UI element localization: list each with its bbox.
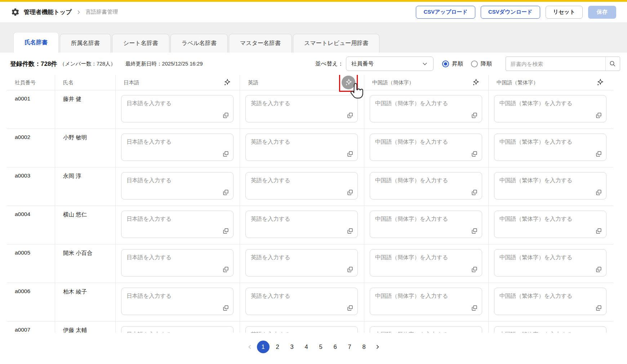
expand-cell-icon[interactable]	[222, 305, 229, 311]
employee-name: 開米 小百合	[55, 244, 115, 283]
ja-input[interactable]: 日本語を入力する	[121, 172, 234, 199]
expand-cell-icon[interactable]	[471, 150, 478, 157]
ascending-radio[interactable]: 昇順	[442, 60, 463, 68]
ja-input[interactable]: 日本語を入力する	[121, 134, 234, 161]
breadcrumb-chevron-icon	[76, 9, 81, 15]
reset-button[interactable]: リセット	[546, 6, 583, 19]
expand-cell-icon[interactable]	[595, 305, 602, 311]
expand-cell-icon[interactable]	[595, 150, 602, 157]
page-8[interactable]: 8	[357, 340, 371, 354]
zh_hans-input[interactable]: 中国語（簡体字）を入力する	[370, 134, 482, 161]
expand-cell-icon[interactable]	[347, 189, 353, 196]
zh_hant-input[interactable]: 中国語（繁体字）を入力する	[494, 172, 606, 199]
expand-cell-icon[interactable]	[595, 228, 602, 234]
en-input[interactable]: 英語を入力する	[245, 288, 358, 315]
expand-cell-icon[interactable]	[471, 189, 478, 196]
employee-name: 永岡 淳	[55, 167, 115, 206]
next-page-icon[interactable]	[371, 340, 383, 354]
page-6[interactable]: 6	[328, 340, 342, 354]
prev-page-icon[interactable]	[244, 340, 256, 354]
zh_hant-input[interactable]: 中国語（繁体字）を入力する	[494, 211, 606, 238]
page-4[interactable]: 4	[299, 340, 314, 354]
search-input[interactable]	[511, 61, 603, 67]
zh_hant-input[interactable]: 中国語（繁体字）を入力する	[494, 134, 606, 161]
zh_hans-input[interactable]: 中国語（簡体字）を入力する	[370, 172, 482, 199]
tab-sheet[interactable]: シート名辞書	[112, 34, 169, 53]
cell-en: 英語を入力する	[240, 322, 364, 333]
expand-cell-icon[interactable]	[347, 305, 353, 311]
zh_hant-input[interactable]: 中国語（繁体字）を入力する	[494, 249, 606, 277]
expand-cell-icon[interactable]	[347, 228, 353, 234]
employee-id: a0001	[7, 90, 55, 129]
save-button[interactable]: 保存	[588, 6, 616, 19]
zh_hant-input[interactable]: 中国語（繁体字）を入力する	[494, 288, 606, 315]
ai-sparkle-icon[interactable]	[223, 78, 231, 86]
expand-cell-icon[interactable]	[471, 266, 478, 273]
employee-id: a0002	[7, 129, 55, 167]
zh_hans-input[interactable]: 中国語（簡体字）を入力する	[370, 249, 482, 277]
zh_hant-input[interactable]: 中国語（繁体字）を入力する	[494, 326, 606, 333]
breadcrumb-root[interactable]: 管理者機能トップ	[24, 8, 72, 16]
page-3[interactable]: 3	[285, 340, 299, 354]
table-row-a0001: a0001藤井 健日本語を入力する 英語を入力する 中国語（簡体字）を入力する …	[7, 90, 613, 129]
expand-cell-icon[interactable]	[222, 228, 229, 234]
tab-smart-review[interactable]: スマートレビュー用辞書	[293, 34, 379, 53]
ja-input[interactable]: 日本語を入力する	[121, 95, 234, 122]
ja-input[interactable]: 日本語を入力する	[121, 326, 234, 333]
expand-cell-icon[interactable]	[347, 266, 353, 273]
employee-id: a0006	[7, 283, 55, 321]
zh_hans-input[interactable]: 中国語（簡体字）を入力する	[370, 211, 482, 238]
expand-cell-icon[interactable]	[222, 112, 229, 119]
zh_hans-input[interactable]: 中国語（簡体字）を入力する	[370, 288, 482, 315]
csv-upload-button[interactable]: CSVアップロード	[416, 6, 475, 19]
expand-cell-icon[interactable]	[471, 305, 478, 311]
cell-zh_hans: 中国語（簡体字）を入力する	[364, 283, 488, 321]
csv-download-button[interactable]: CSVダウンロード	[481, 6, 540, 19]
expand-cell-icon[interactable]	[222, 189, 229, 196]
ai-translate-button[interactable]	[342, 76, 355, 89]
expand-cell-icon[interactable]	[595, 189, 602, 196]
cell-en: 英語を入力する	[240, 244, 364, 283]
zh_hans-input[interactable]: 中国語（簡体字）を入力する	[370, 326, 482, 333]
main-content: 登録件数：728件 （メンバー数：728人） 最終更新日時：2025/12/25…	[0, 53, 627, 361]
table-row-a0003: a0003永岡 淳日本語を入力する 英語を入力する 中国語（簡体字）を入力する …	[7, 167, 613, 206]
ascending-label: 昇順	[452, 60, 463, 68]
expand-cell-icon[interactable]	[222, 150, 229, 157]
page-2[interactable]: 2	[270, 340, 285, 354]
expand-cell-icon[interactable]	[222, 266, 229, 273]
search-icon[interactable]	[609, 60, 616, 67]
expand-cell-icon[interactable]	[347, 150, 353, 157]
en-input[interactable]: 英語を入力する	[245, 249, 358, 277]
ja-input[interactable]: 日本語を入力する	[121, 288, 234, 315]
en-input[interactable]: 英語を入力する	[245, 134, 358, 161]
page-7[interactable]: 7	[342, 340, 357, 354]
expand-cell-icon[interactable]	[595, 266, 602, 273]
expand-cell-icon[interactable]	[471, 112, 478, 119]
expand-cell-icon[interactable]	[595, 112, 602, 119]
en-input[interactable]: 英語を入力する	[245, 326, 358, 333]
ja-input[interactable]: 日本語を入力する	[121, 249, 234, 277]
page-1[interactable]: 1	[257, 341, 270, 353]
tab-name[interactable]: 氏名辞書	[13, 32, 59, 53]
zh_hant-input[interactable]: 中国語（繁体字）を入力する	[494, 95, 606, 122]
ai-sparkle-icon[interactable]	[596, 78, 604, 86]
expand-cell-icon[interactable]	[347, 112, 353, 119]
ai-sparkle-icon[interactable]	[472, 78, 480, 86]
en-input[interactable]: 英語を入力する	[245, 95, 358, 122]
tab-master[interactable]: マスター名辞書	[229, 34, 292, 53]
page-5[interactable]: 5	[314, 340, 328, 354]
en-input[interactable]: 英語を入力する	[245, 172, 358, 199]
en-input[interactable]: 英語を入力する	[245, 211, 358, 238]
descending-radio[interactable]: 降順	[471, 60, 492, 68]
expand-cell-icon[interactable]	[471, 228, 478, 234]
cell-zh_hans: 中国語（簡体字）を入力する	[364, 244, 488, 283]
dictionary-search	[506, 57, 620, 71]
tab-department[interactable]: 所属名辞書	[60, 34, 111, 53]
tab-label[interactable]: ラベル名辞書	[170, 34, 228, 53]
employee-id: a0007	[7, 322, 55, 333]
zh_hans-input[interactable]: 中国語（簡体字）を入力する	[370, 95, 482, 122]
radio-dot-icon	[442, 60, 449, 67]
sort-select[interactable]: 社員番号	[346, 57, 433, 71]
ai-sparkle-icon[interactable]	[344, 78, 352, 86]
ja-input[interactable]: 日本語を入力する	[121, 211, 234, 238]
